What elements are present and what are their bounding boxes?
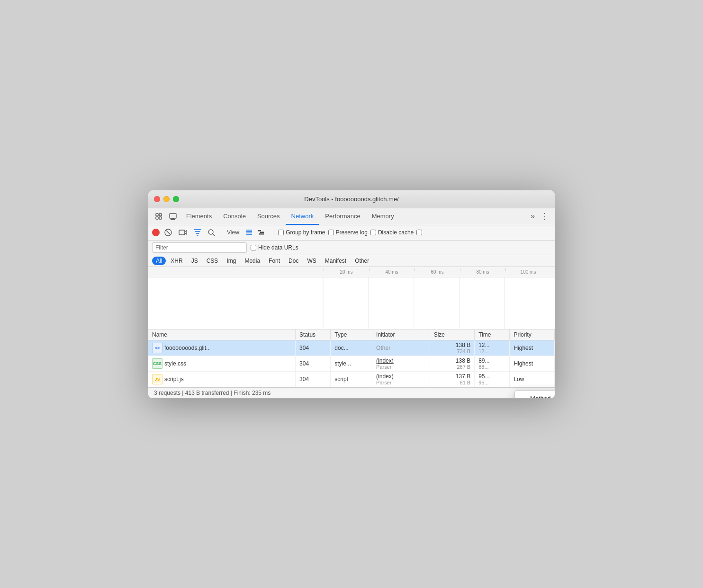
menu-item-method[interactable]: Method	[515, 392, 555, 399]
ruler-mark-40ms: 40 ms	[369, 269, 415, 275]
th-priority[interactable]: Priority	[510, 330, 555, 340]
initiator-cell: (index) Parser	[372, 371, 430, 387]
svg-line-8	[166, 231, 170, 234]
table-header: Name Status Type Initiator Size Time Pri…	[148, 330, 555, 340]
tab-elements[interactable]: Elements	[180, 208, 217, 225]
timeline-ruler: 20 ms 40 ms 60 ms 80 ms 100 ms	[148, 267, 555, 277]
name-cell: JS script.js	[148, 371, 296, 387]
cursor-tool-icon[interactable]	[152, 210, 165, 223]
table-row[interactable]: CSS style.css 304 style... (index)	[148, 356, 555, 371]
type-filter-font[interactable]: Font	[265, 257, 284, 265]
tab-network[interactable]: Network	[286, 208, 320, 225]
ruler-mark-20ms: 20 ms	[324, 269, 369, 275]
svg-rect-17	[260, 232, 264, 233]
group-by-frame-label[interactable]: Group by frame	[278, 229, 325, 236]
record-video-button[interactable]	[177, 228, 189, 237]
toolbar-separator-2	[273, 228, 273, 237]
type-filter-doc[interactable]: Doc	[285, 257, 302, 265]
status-cell: 304	[296, 340, 331, 356]
th-name[interactable]: Name	[148, 330, 296, 340]
tab-overflow-button[interactable]: »	[527, 212, 539, 221]
svg-rect-9	[179, 230, 185, 235]
type-cell: doc...	[331, 340, 372, 356]
svg-rect-1	[156, 217, 158, 219]
group-by-frame-checkbox[interactable]	[278, 230, 284, 235]
size-cell: 138 B 287 B	[430, 356, 475, 371]
th-time[interactable]: Time	[475, 330, 510, 340]
maximize-button[interactable]	[173, 196, 179, 202]
type-filter-css[interactable]: CSS	[203, 257, 222, 265]
th-type[interactable]: Type	[331, 330, 372, 340]
table-row[interactable]: JS script.js 304 script (index) Par	[148, 371, 555, 387]
priority-cell: Highest	[510, 356, 555, 371]
hide-data-urls-checkbox[interactable]	[251, 245, 256, 250]
time-cell: 95... 95...	[475, 371, 510, 387]
extra-checkbox[interactable]	[416, 230, 422, 235]
type-cell: script	[331, 371, 372, 387]
svg-rect-16	[258, 230, 261, 232]
svg-rect-2	[159, 214, 162, 216]
svg-rect-0	[156, 214, 158, 216]
type-filter-bar: All XHR JS CSS Img Media Font Doc WS Man…	[148, 255, 555, 267]
preserve-log-checkbox[interactable]	[328, 230, 334, 235]
svg-rect-4	[170, 214, 176, 218]
type-cell: style...	[331, 356, 372, 371]
file-icon-js: JS	[152, 374, 162, 384]
priority-cell: Low	[510, 371, 555, 387]
search-button[interactable]	[206, 228, 217, 237]
th-size[interactable]: Size	[430, 330, 475, 340]
filter-bar: Hide data URLs	[148, 241, 555, 255]
disable-cache-label[interactable]: Disable cache	[370, 229, 414, 236]
status-bar: 3 requests | 413 B transferred | Finish:…	[148, 387, 555, 398]
record-button[interactable]	[152, 229, 160, 236]
type-filter-media[interactable]: Media	[241, 257, 264, 265]
tab-console[interactable]: Console	[217, 208, 252, 225]
waterfall-area	[148, 277, 555, 330]
type-filter-manifest[interactable]: Manifest	[321, 257, 350, 265]
status-text: 3 requests | 413 B transferred | Finish:…	[154, 390, 270, 396]
type-filter-ws[interactable]: WS	[303, 257, 320, 265]
responsive-icon[interactable]	[166, 210, 180, 223]
status-cell: 304	[296, 356, 331, 371]
type-filter-js[interactable]: JS	[188, 257, 202, 265]
type-filter-xhr[interactable]: XHR	[167, 257, 186, 265]
ruler-mark-100ms: 100 ms	[505, 269, 551, 275]
close-button[interactable]	[154, 196, 160, 202]
ruler-mark-80ms: 80 ms	[460, 269, 505, 275]
type-filter-img[interactable]: Img	[223, 257, 240, 265]
list-view-button[interactable]	[243, 228, 255, 237]
table-row[interactable]: <> foooooooods.glit... 304 doc... Other	[148, 340, 555, 356]
view-label: View:	[227, 229, 241, 236]
svg-rect-3	[159, 217, 162, 219]
hide-data-urls-label[interactable]: Hide data URLs	[251, 244, 298, 251]
filter-input[interactable]	[152, 242, 247, 253]
disable-cache-checkbox[interactable]	[370, 230, 376, 235]
status-cell: 304	[296, 371, 331, 387]
name-cell: <> foooooooods.glit...	[148, 340, 296, 356]
traffic-lights	[154, 196, 179, 202]
svg-line-11	[213, 234, 215, 236]
waterfall-view-button[interactable]	[256, 228, 268, 237]
tab-memory[interactable]: Memory	[366, 208, 400, 225]
network-table: Name Status Type Initiator Size Time Pri…	[148, 330, 555, 387]
title-bar: DevTools - foooooooods.glitch.me/	[148, 190, 555, 208]
svg-rect-6	[171, 219, 175, 220]
type-filter-other[interactable]: Other	[351, 257, 373, 265]
tab-sources[interactable]: Sources	[252, 208, 286, 225]
context-menu: Method ✓ Status Protocol Scheme Domain R…	[514, 390, 555, 399]
name-cell: CSS style.css	[148, 356, 296, 371]
preserve-log-label[interactable]: Preserve log	[328, 229, 368, 236]
filter-button[interactable]	[192, 228, 203, 237]
devtools-menu-button[interactable]: ⋮	[539, 211, 551, 222]
file-icon-css: CSS	[152, 358, 162, 369]
size-cell: 137 B 81 B	[430, 371, 475, 387]
th-initiator[interactable]: Initiator	[372, 330, 430, 340]
tab-performance[interactable]: Performance	[319, 208, 366, 225]
th-status[interactable]: Status	[296, 330, 331, 340]
time-cell: 89... 88...	[475, 356, 510, 371]
clear-button[interactable]	[162, 228, 174, 237]
ruler-mark-60ms: 60 ms	[415, 269, 460, 275]
minimize-button[interactable]	[163, 196, 170, 202]
extra-checkbox-label[interactable]	[416, 230, 422, 235]
type-filter-all[interactable]: All	[152, 257, 166, 265]
